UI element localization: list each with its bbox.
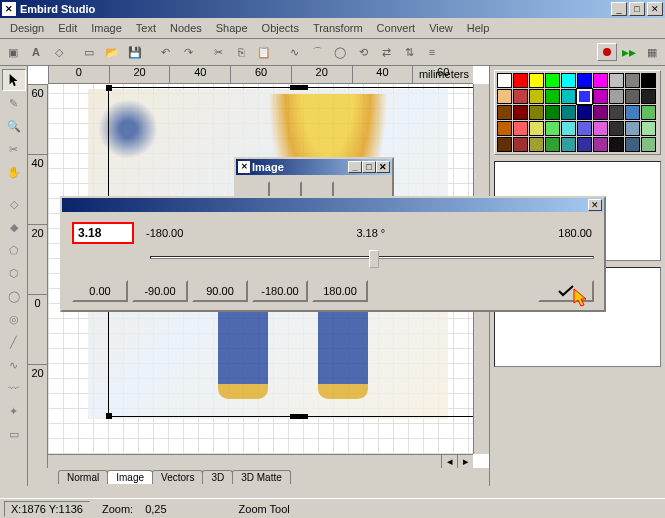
tool-flip-icon[interactable]: ⇄	[375, 41, 397, 63]
close-button[interactable]: ✕	[647, 2, 663, 16]
color-swatch[interactable]	[577, 73, 592, 88]
shape-star-tool[interactable]: ✦	[2, 400, 26, 422]
tab-3d-matte[interactable]: 3D Matte	[232, 470, 291, 484]
menu-convert[interactable]: Convert	[371, 20, 422, 36]
tab-normal[interactable]: Normal	[58, 470, 108, 484]
play-button[interactable]: ▸▸	[618, 41, 640, 63]
color-swatch[interactable]	[593, 121, 608, 136]
color-swatch[interactable]	[609, 105, 624, 120]
color-swatch[interactable]	[529, 89, 544, 104]
color-swatch[interactable]	[497, 105, 512, 120]
color-swatch[interactable]	[593, 89, 608, 104]
color-swatch[interactable]	[545, 105, 560, 120]
tool-paste-icon[interactable]: 📋	[253, 41, 275, 63]
color-swatch[interactable]	[641, 73, 656, 88]
color-swatch[interactable]	[513, 89, 528, 104]
shape-zigzag-tool[interactable]: 〰	[2, 377, 26, 399]
color-swatch[interactable]	[593, 73, 608, 88]
color-swatch[interactable]	[513, 73, 528, 88]
color-swatch[interactable]	[641, 105, 656, 120]
color-swatch[interactable]	[641, 121, 656, 136]
rotation-close-icon[interactable]: ✕	[588, 199, 602, 211]
menu-view[interactable]: View	[423, 20, 459, 36]
tool-text-icon[interactable]: A	[25, 41, 47, 63]
menu-transform[interactable]: Transform	[307, 20, 369, 36]
image-window-maximize[interactable]: □	[362, 161, 376, 173]
tool-redo-icon[interactable]: ↷	[177, 41, 199, 63]
rotation-slider[interactable]	[150, 248, 594, 268]
color-swatch[interactable]	[529, 121, 544, 136]
color-swatch[interactable]	[593, 105, 608, 120]
color-swatch[interactable]	[497, 89, 512, 104]
menu-image[interactable]: Image	[85, 20, 128, 36]
menu-help[interactable]: Help	[461, 20, 496, 36]
tool-curve-icon[interactable]: ∿	[283, 41, 305, 63]
menu-edit[interactable]: Edit	[52, 20, 83, 36]
color-swatch[interactable]	[497, 137, 512, 152]
color-swatch[interactable]	[625, 73, 640, 88]
color-swatch[interactable]	[545, 137, 560, 152]
rotation-slider-thumb[interactable]	[369, 250, 379, 268]
color-swatch[interactable]	[641, 137, 656, 152]
color-swatch[interactable]	[625, 105, 640, 120]
tool-new-icon[interactable]: ▭	[78, 41, 100, 63]
color-swatch[interactable]	[545, 73, 560, 88]
color-swatch[interactable]	[609, 89, 624, 104]
maximize-button[interactable]: □	[629, 2, 645, 16]
menu-text[interactable]: Text	[130, 20, 162, 36]
shape-circle-tool[interactable]: ◯	[2, 285, 26, 307]
image-window-close[interactable]: ✕	[376, 161, 390, 173]
menu-design[interactable]: Design	[4, 20, 50, 36]
record-button[interactable]	[597, 43, 617, 61]
rotation-titlebar[interactable]: ✕	[62, 198, 604, 212]
preset-0-button[interactable]: 0.00	[72, 280, 128, 302]
tab-3d[interactable]: 3D	[202, 470, 233, 484]
color-swatch[interactable]	[561, 105, 576, 120]
color-swatch[interactable]	[497, 73, 512, 88]
shape-blob-tool[interactable]: ⬡	[2, 262, 26, 284]
color-swatch[interactable]	[529, 73, 544, 88]
color-swatch[interactable]	[641, 89, 656, 104]
color-swatch[interactable]	[561, 89, 576, 104]
color-swatch[interactable]	[577, 105, 592, 120]
color-swatch[interactable]	[529, 137, 544, 152]
color-swatch[interactable]	[609, 121, 624, 136]
tool-mirror-icon[interactable]: ⇅	[398, 41, 420, 63]
shape-line-tool[interactable]: ╱	[2, 331, 26, 353]
color-swatch[interactable]	[577, 89, 592, 104]
color-swatch[interactable]	[497, 121, 512, 136]
color-swatch[interactable]	[561, 137, 576, 152]
menu-nodes[interactable]: Nodes	[164, 20, 208, 36]
shape-fill-tool[interactable]: ◆	[2, 216, 26, 238]
color-swatch[interactable]	[561, 73, 576, 88]
color-swatch[interactable]	[625, 137, 640, 152]
color-swatch[interactable]	[545, 89, 560, 104]
shape-outline-tool[interactable]: ◇	[2, 193, 26, 215]
color-swatch[interactable]	[609, 73, 624, 88]
rotation-value-input[interactable]	[72, 222, 134, 244]
color-swatch[interactable]	[577, 137, 592, 152]
image-window-titlebar[interactable]: Image _ □ ✕	[236, 159, 392, 175]
preset-90-button[interactable]: 90.00	[192, 280, 248, 302]
arrow-tool[interactable]	[2, 69, 26, 91]
tool-undo-icon[interactable]: ↶	[154, 41, 176, 63]
rotation-dialog[interactable]: ✕ -180.00 3.18 ° 180.00 0.00 -90.00 90.0…	[60, 196, 606, 312]
shape-spiral-tool[interactable]: ◎	[2, 308, 26, 330]
tab-vectors[interactable]: Vectors	[152, 470, 203, 484]
menu-shape[interactable]: Shape	[210, 20, 254, 36]
minimize-button[interactable]: _	[611, 2, 627, 16]
preset-180-button[interactable]: 180.00	[312, 280, 368, 302]
zoom-tool[interactable]: 🔍	[2, 115, 26, 137]
crop-tool[interactable]: ✂	[2, 138, 26, 160]
preset-neg90-button[interactable]: -90.00	[132, 280, 188, 302]
shape-poly-tool[interactable]: ⬠	[2, 239, 26, 261]
color-swatch[interactable]	[513, 105, 528, 120]
tool-arc-icon[interactable]: ⌒	[306, 41, 328, 63]
color-swatch[interactable]	[609, 137, 624, 152]
tool-align-icon[interactable]: ≡	[421, 41, 443, 63]
tool-shape-icon[interactable]: ◯	[329, 41, 351, 63]
color-swatch[interactable]	[625, 121, 640, 136]
shape-rect-tool[interactable]: ▭	[2, 423, 26, 445]
color-swatch[interactable]	[529, 105, 544, 120]
tool-cut-icon[interactable]: ✂	[207, 41, 229, 63]
